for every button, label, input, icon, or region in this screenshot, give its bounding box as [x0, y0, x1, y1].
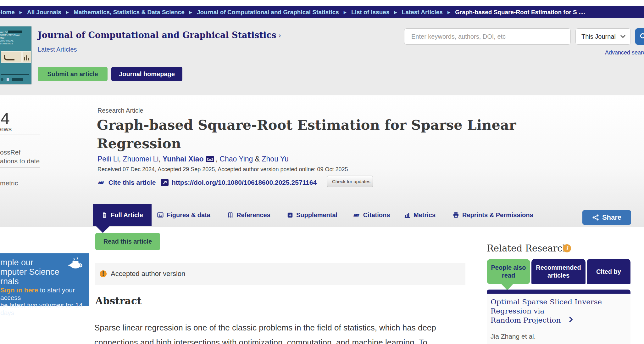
search-button[interactable] [635, 28, 644, 45]
related-tab-recommended-articles[interactable]: Recommendedarticles [531, 259, 586, 284]
external-link-icon [161, 179, 169, 186]
email-icon[interactable] [206, 156, 214, 162]
metric-crossref-label: ossRef [0, 149, 20, 156]
related-article-card: Optimal Sparse Sliced Inverse Regression… [487, 294, 630, 344]
chevron-right-icon [569, 316, 573, 323]
author-list: Peili Li, Zhuomei Li, Yunhai Xiao , Chao… [97, 155, 289, 163]
image-icon [157, 212, 164, 218]
chevron-right-icon [394, 10, 397, 14]
chevron-right-icon [447, 10, 450, 14]
tab-supplemental[interactable]: Supplemental [287, 204, 337, 226]
book-icon [227, 212, 233, 218]
tab-references[interactable]: References [227, 204, 270, 226]
metric-views-label: ews [0, 125, 12, 133]
breadcrumb-all-journals[interactable]: All Journals [27, 9, 61, 16]
abstract-heading: Abstract [95, 295, 142, 307]
abstract-text: Sparse linear regression is one of the c… [94, 320, 491, 344]
printer-icon [453, 212, 459, 218]
cover-thumbnail-chart [22, 51, 31, 63]
tab-full-article[interactable]: Full Article [93, 204, 152, 226]
check-for-updates-badge[interactable]: Check for updates [327, 176, 373, 187]
latest-articles-link[interactable]: Latest Articles [38, 46, 77, 53]
chevron-down-icon [620, 35, 625, 38]
chevron-right-icon [19, 10, 22, 14]
related-tab-people-also-read[interactable]: People alsoread [487, 259, 530, 284]
cover-masked-label [8, 31, 22, 33]
related-tab-cited-by[interactable]: Cited by [587, 259, 630, 284]
related-card-top-bar [487, 290, 630, 294]
search-icon [640, 33, 644, 40]
article-title: Graph-based Square-Root Estimation for S… [97, 116, 516, 153]
cover-divider [1, 74, 29, 75]
search-scope-select[interactable]: This Journal [575, 28, 631, 45]
related-card-divider [491, 329, 626, 329]
article-type-label: Research Article [97, 107, 143, 114]
plus-square-icon [287, 212, 293, 218]
author-link[interactable]: Zhuomei Li [123, 155, 159, 163]
teapot-icon [66, 256, 84, 270]
sign-in-link[interactable]: Sign in here [0, 286, 38, 294]
active-tab-notch [96, 226, 110, 233]
warning-icon: ! [100, 270, 107, 277]
metric-divider [0, 134, 40, 134]
breadcrumb-list-of-issues[interactable]: List of Issues [351, 9, 389, 16]
chevron-right-icon [344, 10, 347, 14]
advanced-search-link[interactable]: Advanced search [605, 49, 644, 56]
breadcrumb-latest-articles[interactable]: Latest Articles [402, 9, 443, 16]
metric-altmetric-label: metric [0, 179, 18, 187]
corresponding-author-link[interactable]: Yunhai Xiao [163, 155, 203, 163]
document-icon [102, 212, 108, 218]
metric-crossref-sublabel: ations to date [0, 157, 40, 165]
metric-views-value: 4 [1, 109, 10, 128]
breadcrumb-journal[interactable]: Journal of Computational and Graphical S… [197, 9, 339, 16]
chevron-right-icon [66, 10, 69, 14]
breadcrumb: Home All Journals Mathematics, Statistic… [0, 6, 644, 18]
metric-divider [0, 167, 40, 168]
cite-this-article[interactable]: Cite this article [97, 179, 156, 186]
search-scope-value: This Journal [581, 33, 616, 40]
journal-article-page: Home All Journals Mathematics, Statistic… [0, 0, 644, 344]
tab-metrics[interactable]: Metrics [404, 204, 436, 226]
promo-title: mple our mputer Science rnals [0, 258, 59, 286]
doi-link[interactable]: https://doi.org/10.1080/10618600.2025.25… [172, 179, 317, 186]
journal-homepage-button[interactable]: Journal homepage [111, 67, 182, 81]
article-dates: Received 07 Dec 2024, Accepted 29 Sep 20… [97, 166, 348, 173]
submit-article-button[interactable]: Submit an article [38, 67, 108, 81]
tab-figures-data[interactable]: Figures & data [157, 204, 210, 226]
breadcrumb-subject[interactable]: Mathematics, Statistics & Data Science [74, 9, 185, 16]
author-link[interactable]: Peili Li [97, 155, 119, 163]
related-active-tab-notch [501, 284, 514, 290]
related-article-link[interactable]: Optimal Sparse Sliced Inverse Regression… [491, 297, 630, 325]
breadcrumb-current-article: Graph-based Square-Root Estimation for S… [455, 9, 585, 16]
share-button[interactable]: Share [582, 210, 631, 225]
cover-thumbnail-pipe [1, 51, 22, 63]
share-icon [592, 214, 599, 221]
cover-logos [1, 77, 30, 82]
journals-promo-banner[interactable]: mple our mputer Science rnals Sign in he… [0, 253, 89, 306]
journal-masthead: NAL OF COMPUTATIONAL AND GRAPHICAL STATI… [0, 18, 644, 95]
promo-body: Sign in here to start your access he lat… [0, 286, 89, 317]
tab-reprints-permissions[interactable]: Reprints & Permissions [453, 204, 533, 226]
related-research-heading: Related Research [487, 243, 568, 254]
chevron-right-icon [278, 31, 281, 40]
journal-cover-image[interactable]: NAL OF COMPUTATIONAL AND GRAPHICAL STATI… [0, 26, 31, 84]
metric-divider [0, 194, 40, 194]
chevron-right-icon [189, 10, 192, 14]
accepted-version-notice: ! Accepted author version [95, 263, 465, 285]
search-input[interactable] [404, 28, 571, 45]
related-article-authors: Jia Zhang et al. [491, 333, 536, 340]
info-icon[interactable]: i [563, 244, 571, 252]
bar-chart-icon [404, 212, 410, 218]
breadcrumb-home[interactable]: Home [0, 9, 15, 16]
author-link[interactable]: Zhou Yu [262, 155, 289, 163]
author-link[interactable]: Chao Ying [219, 155, 253, 163]
read-this-article-button[interactable]: Read this article [95, 233, 160, 250]
doi-row: https://doi.org/10.1080/10618600.2025.25… [161, 179, 317, 186]
tab-citations[interactable]: Citations [353, 204, 390, 226]
journal-title-link[interactable]: Journal of Computational and Graphical S… [38, 30, 281, 40]
